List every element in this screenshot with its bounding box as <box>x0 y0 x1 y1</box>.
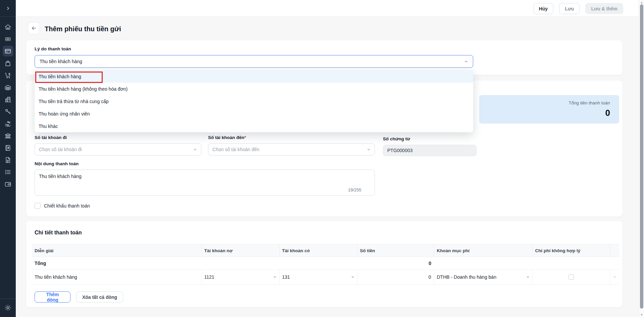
total-amount-label: Tổng tiền thanh toán <box>568 100 610 105</box>
col-header-invalid-expense: Chi phí không hợp lý <box>532 244 610 257</box>
save-and-add-button[interactable]: Lưu & thêm <box>585 3 623 14</box>
credit-account-value: 131 <box>282 274 290 280</box>
col-header-amount: Số tiền <box>357 244 434 257</box>
sidebar-item-bank-deposit[interactable] <box>0 45 16 57</box>
doc-number-label: Số chứng từ <box>383 136 410 141</box>
shopping-bag-icon <box>4 60 11 67</box>
reason-section: Lý do thanh toán Thu tiền khách hàng <box>26 40 623 75</box>
account-from-select[interactable]: Chọn số tài khoản đi <box>35 143 201 155</box>
chevron-down-icon <box>193 148 197 151</box>
table-row: Thu tiền khách hàng 1121 131 0 DTHB - Do… <box>32 270 619 284</box>
invalid-expense-checkbox[interactable] <box>568 274 574 280</box>
required-asterisk: * <box>244 135 246 140</box>
sidebar-item-purchases[interactable] <box>0 57 16 69</box>
credit-card-icon <box>4 48 11 55</box>
sidebar-item-sales[interactable] <box>0 69 16 81</box>
account-to-placeholder: Chọn số tài khoản đến <box>212 147 259 152</box>
sidebar-item-bank[interactable] <box>0 130 16 142</box>
sidebar-item-invoices[interactable] <box>0 142 16 154</box>
total-amount-value: 0 <box>605 108 610 118</box>
sidebar-item-payroll[interactable] <box>0 118 16 130</box>
key-icon <box>4 108 11 115</box>
doc-number-input <box>383 145 477 156</box>
chevron-down-icon <box>526 275 530 279</box>
sidebar-item-settings[interactable] <box>0 302 16 314</box>
reason-dropdown-menu: Thu tiền khách hàng Thu tiền khách hàng … <box>35 70 473 132</box>
sidebar-item-home[interactable] <box>0 21 16 33</box>
row-actions-cell <box>610 270 619 284</box>
details-title: Chi tiết thanh toán <box>35 230 82 236</box>
payment-details-table: Diễn giải Tài khoản nợ Tài khoản có Số t… <box>32 244 619 284</box>
sidebar-item-lists[interactable] <box>0 166 16 178</box>
account-to-label: Số tài khoản đến* <box>208 135 246 140</box>
row-fee-category-select[interactable]: DTHB - Doanh thu hàng bán <box>434 270 532 284</box>
cash-register-icon <box>4 36 11 43</box>
app-root: Hủy Lưu Lưu & thêm Thêm phiếu thu tiền g… <box>0 0 644 317</box>
table-header-row: Diễn giải Tài khoản nợ Tài khoản có Số t… <box>32 244 619 257</box>
sidebar-item-cash-register[interactable] <box>0 33 16 45</box>
discount-row: Chiết khấu thanh toán <box>35 203 90 209</box>
reason-select-value: Thu tiền khách hàng <box>40 59 82 64</box>
sidebar-footer <box>0 299 16 317</box>
invoice-dollar-icon <box>4 144 11 151</box>
sidebar-item-wallet[interactable] <box>0 178 16 190</box>
payment-content-textarea[interactable]: Thu tiền khách hàng <box>35 170 375 196</box>
account-from-placeholder: Chọn số tài khoản đi <box>39 147 82 152</box>
page-title: Thêm phiếu thu tiền gửi <box>45 25 121 33</box>
sidebar-nav <box>0 21 16 190</box>
dropdown-option-4[interactable]: Thu hoàn ứng nhân viên <box>35 107 473 120</box>
sidebar-item-warehouse[interactable] <box>0 81 16 93</box>
row-amount-cell[interactable]: 0 <box>357 270 434 284</box>
total-amount-box: Tổng tiền thanh toán 0 <box>479 95 619 124</box>
home-icon <box>4 24 11 31</box>
clear-all-rows-button[interactable]: Xóa tất cả dòng <box>76 291 123 303</box>
payment-details-section: Chi tiết thanh toán Diễn giải Tài khoản … <box>26 221 623 307</box>
dropdown-option-5[interactable]: Thu khác <box>35 120 473 132</box>
back-button[interactable] <box>28 22 40 34</box>
gear-icon <box>4 304 11 311</box>
col-header-actions <box>610 244 619 257</box>
sidebar <box>0 0 16 317</box>
scroll-down-arrow[interactable]: ▼ <box>639 313 644 317</box>
delete-row-icon[interactable] <box>613 275 617 279</box>
save-button[interactable]: Lưu <box>559 3 580 14</box>
chevron-down-icon <box>351 275 354 279</box>
account-from-label: Số tài khoản đi <box>35 135 67 140</box>
reason-select[interactable]: Thu tiền khách hàng <box>35 55 473 68</box>
dropdown-option-2[interactable]: Thu tiền khách hàng (không theo hóa đơn) <box>35 83 473 95</box>
vertical-scrollbar: ▲ ▼ <box>639 0 644 317</box>
col-header-debit-account: Tài khoản nợ <box>201 244 279 257</box>
table-total-row: Tổng 0 <box>32 257 619 270</box>
total-row-label: Tổng <box>32 257 201 270</box>
wallet-icon <box>4 181 11 188</box>
chevron-up-icon <box>464 59 468 63</box>
dropdown-option-1[interactable]: Thu tiền khách hàng <box>35 70 473 83</box>
row-invalid-expense-cell <box>532 270 610 284</box>
row-description-cell[interactable]: Thu tiền khách hàng <box>32 270 201 284</box>
scroll-up-arrow[interactable]: ▲ <box>639 0 644 4</box>
warehouse-icon <box>4 84 11 91</box>
topbar-actions: Hủy Lưu Lưu & thêm <box>533 3 623 14</box>
shopping-cart-icon <box>4 72 11 79</box>
list-icon <box>4 169 11 176</box>
account-to-select[interactable]: Chọn số tài khoản đến <box>208 143 375 155</box>
cancel-button[interactable]: Hủy <box>533 3 553 14</box>
row-credit-account-select[interactable]: 131 <box>279 270 357 284</box>
chevron-down-icon <box>273 275 277 279</box>
sidebar-item-company[interactable] <box>0 93 16 105</box>
bank-icon <box>4 132 11 139</box>
col-header-fee-category: Khoản mục phí <box>434 244 532 257</box>
discount-checkbox[interactable] <box>35 203 41 209</box>
row-debit-account-select[interactable]: 1121 <box>201 270 279 284</box>
col-header-description: Diễn giải <box>32 244 201 257</box>
sidebar-item-access-key[interactable] <box>0 105 16 118</box>
scrollbar-thumb[interactable] <box>640 4 643 309</box>
add-row-button[interactable]: Thêm dòng <box>35 291 70 303</box>
debit-account-value: 1121 <box>204 274 214 280</box>
sidebar-item-documents[interactable] <box>0 154 16 166</box>
table-actions: Thêm dòng Xóa tất cả dòng <box>35 291 123 303</box>
sidebar-expand-button[interactable] <box>0 0 16 17</box>
file-text-icon <box>4 156 11 164</box>
char-counter: 19/255 <box>348 187 361 192</box>
dropdown-option-3[interactable]: Thu tiền trả thừa từ nhà cung cấp <box>35 95 473 107</box>
